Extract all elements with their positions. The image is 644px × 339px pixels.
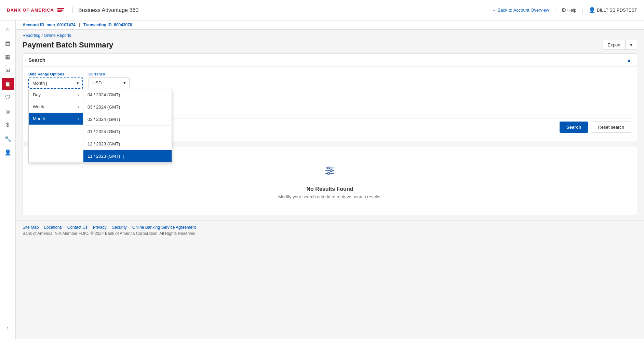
breadcrumb-online-reports[interactable]: Online Reports bbox=[44, 33, 71, 38]
footer-link-agreement[interactable]: Online Banking Service Agreement bbox=[132, 225, 196, 230]
month-option-3[interactable]: 01 / 2024 (GMT) bbox=[83, 126, 172, 138]
currency-select[interactable]: USD ▾ bbox=[89, 77, 130, 88]
cursor-indicator: | bbox=[123, 154, 124, 159]
help-button[interactable]: ⚙ Help bbox=[561, 7, 577, 13]
help-label: Help bbox=[567, 8, 577, 13]
reset-search-button[interactable]: Reset search bbox=[591, 122, 631, 133]
footer-link-privacy[interactable]: Privacy bbox=[93, 225, 106, 230]
dropdown-item-week[interactable]: Week › bbox=[29, 101, 83, 113]
chevron-right-icon-week: › bbox=[78, 104, 79, 109]
sidebar-item-reports[interactable]: 📋 bbox=[2, 78, 14, 90]
dropdown-item-day[interactable]: Day › bbox=[29, 89, 83, 101]
back-to-account-link[interactable]: ← Back to Account Overview bbox=[492, 8, 549, 13]
user-icon: 👤 bbox=[589, 7, 595, 13]
search-panel-title: Search bbox=[28, 57, 45, 63]
search-panel-header: Search ▲ bbox=[23, 54, 637, 67]
sidebar-expand-button[interactable]: › bbox=[2, 324, 14, 332]
export-arrow-icon[interactable]: ▼ bbox=[625, 40, 637, 50]
transacting-id-label: Transacting ID bbox=[83, 23, 112, 27]
top-header: BANK OF AMERICA Business Advantage 360 ←… bbox=[0, 0, 644, 20]
export-button[interactable]: Export ▼ bbox=[603, 40, 637, 50]
sidebar-item-user[interactable]: 👤 bbox=[2, 146, 14, 158]
svg-point-5 bbox=[327, 172, 330, 174]
footer-link-locations[interactable]: Locations bbox=[44, 225, 62, 230]
currency-chevron-icon: ▾ bbox=[123, 80, 126, 85]
month-option-2[interactable]: 02 / 2024 (GMT) bbox=[83, 113, 172, 126]
date-range-chevron-icon: ▾ bbox=[77, 81, 79, 86]
dropdown-right-panel: 04 / 2024 (GMT) 03 / 2024 (GMT) 02 / 202… bbox=[83, 89, 172, 163]
currency-value: USD bbox=[92, 80, 102, 85]
sidebar-item-shield[interactable]: 🛡 bbox=[2, 91, 14, 104]
month-option-1[interactable]: 03 / 2024 (GMT) bbox=[83, 101, 172, 113]
account-id-label: Account ID bbox=[23, 23, 44, 27]
month-option-0[interactable]: 04 / 2024 (GMT) bbox=[83, 89, 172, 101]
footer-copyright: Bank of America, N.A Member FDIC. © 2024… bbox=[23, 231, 637, 236]
month-option-5[interactable]: 11 / 2023 (GMT) | bbox=[83, 150, 172, 163]
gear-icon: ⚙ bbox=[561, 7, 566, 13]
date-range-label: Date Range Options bbox=[28, 72, 83, 76]
dropdown-item-month[interactable]: Month › bbox=[29, 113, 83, 125]
dropdown-item-week-label: Week bbox=[33, 104, 44, 109]
content-area: Account ID mcn_00107474 | Transacting ID… bbox=[16, 20, 644, 339]
no-results-icon bbox=[322, 163, 338, 182]
user-name: BILLT SB PDSTEST bbox=[597, 8, 637, 13]
no-results-title: No Results Found bbox=[307, 186, 353, 192]
chevron-right-icon: › bbox=[78, 92, 79, 97]
currency-label: Currency bbox=[89, 72, 130, 76]
logo-area: BANK OF AMERICA Business Advantage 360 bbox=[7, 7, 138, 13]
breadcrumb-reporting[interactable]: Reporting bbox=[23, 33, 40, 38]
main-layout: ⌂ ▤ ▦ ✉ 📋 🛡 ◎ $ 🔧 👤 › Account ID mcn_001… bbox=[0, 20, 644, 339]
logo-text: BANK OF AMERICA bbox=[7, 8, 54, 13]
collapse-icon[interactable]: ▲ bbox=[627, 57, 631, 63]
sidebar-item-home[interactable]: ⌂ bbox=[2, 23, 14, 36]
search-button[interactable]: Search bbox=[560, 122, 588, 133]
sidebar-item-dollar[interactable]: $ bbox=[2, 119, 14, 131]
header-divider2: | bbox=[582, 8, 583, 13]
month-option-4[interactable]: 12 / 2023 (GMT) bbox=[83, 138, 172, 150]
currency-group: Currency USD ▾ bbox=[89, 72, 130, 88]
footer-link-security[interactable]: Security bbox=[112, 225, 126, 230]
date-range-dropdown: Day › Week › Month › bbox=[28, 89, 172, 163]
date-range-select-button[interactable]: Month | ▾ bbox=[28, 77, 83, 89]
header-right: ← Back to Account Overview | ⚙ Help | 👤 … bbox=[492, 7, 637, 13]
back-link-label: Back to Account Overview bbox=[497, 8, 549, 13]
back-arrow-icon: ← bbox=[492, 8, 496, 13]
date-range-group: Date Range Options Month | ▾ Day bbox=[28, 72, 83, 89]
footer-link-sitemap[interactable]: Site Map bbox=[23, 225, 39, 230]
transacting-id-value: 80043070 bbox=[114, 23, 132, 27]
sidebar: ⌂ ▤ ▦ ✉ 📋 🛡 ◎ $ 🔧 👤 › bbox=[0, 20, 16, 339]
export-label[interactable]: Export bbox=[603, 40, 626, 50]
header-divider: | bbox=[554, 8, 555, 13]
svg-point-3 bbox=[327, 167, 330, 169]
no-results-subtitle: Modify your search criteria to retrieve … bbox=[278, 194, 381, 199]
dropdown-item-day-label: Day bbox=[33, 92, 41, 97]
footer-link-contact[interactable]: Contact Us bbox=[67, 225, 88, 230]
account-id-value: mcn_00107474 bbox=[46, 23, 76, 27]
user-info: 👤 BILLT SB PDSTEST bbox=[589, 7, 637, 13]
app-name: Business Advantage 360 bbox=[72, 7, 138, 13]
chevron-right-icon-month: › bbox=[78, 116, 79, 121]
date-range-value: Month | bbox=[32, 81, 47, 86]
reports-icon: 📋 bbox=[5, 81, 11, 87]
sidebar-item-messages[interactable]: ✉ bbox=[2, 64, 14, 76]
svg-point-4 bbox=[330, 170, 332, 172]
dropdown-item-month-label: Month bbox=[33, 116, 45, 121]
sidebar-item-location[interactable]: ◎ bbox=[2, 105, 14, 117]
date-range-select: Month | ▾ Day › bbox=[28, 77, 83, 89]
footer-links: Site Map Locations Contact Us Privacy Se… bbox=[23, 225, 637, 230]
form-row-date-currency: Date Range Options Month | ▾ Day bbox=[28, 72, 631, 89]
sidebar-item-chart[interactable]: ▦ bbox=[2, 51, 14, 63]
sidebar-item-tools[interactable]: 🔧 bbox=[2, 132, 14, 145]
page-title: Payment Batch Summary bbox=[23, 41, 113, 50]
logo-stripes bbox=[57, 8, 64, 12]
account-bar: Account ID mcn_00107474 | Transacting ID… bbox=[16, 20, 644, 30]
breadcrumb: Reporting / Online Reports bbox=[16, 30, 644, 39]
search-panel-body: Date Range Options Month | ▾ Day bbox=[23, 67, 637, 141]
search-panel: Search ▲ Date Range Options Month | ▾ bbox=[23, 53, 637, 141]
dropdown-left-panel: Day › Week › Month › bbox=[29, 89, 83, 163]
sidebar-item-dashboard[interactable]: ▤ bbox=[2, 37, 14, 49]
footer: Site Map Locations Contact Us Privacy Se… bbox=[16, 221, 644, 240]
shield-icon: 🛡 bbox=[5, 95, 11, 101]
page-title-bar: Payment Batch Summary Export ▼ bbox=[16, 39, 644, 53]
